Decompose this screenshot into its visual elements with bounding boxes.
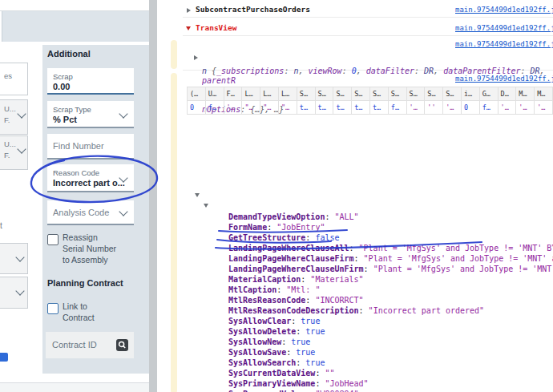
console-property-row: SysAllowNew: true xyxy=(183,337,553,347)
table-column-header[interactable]: i… xyxy=(461,87,479,101)
find-number-input[interactable]: Find Number xyxy=(47,134,134,160)
property-value: "Incorrect part ordered" xyxy=(369,306,485,315)
console-property-row: MtlResReasonCode: "INCORRCT" xyxy=(183,295,553,305)
cut-dropdown-3[interactable] xyxy=(0,243,28,274)
table-column-header[interactable]: F… xyxy=(224,87,242,101)
table-cell: t… xyxy=(315,101,333,115)
analysis-code-dropdown[interactable]: Analysis Code xyxy=(47,200,134,225)
table-column-header[interactable]: D… xyxy=(498,87,516,101)
console-group-title-error[interactable]: TransView xyxy=(196,23,236,32)
cut-field-es[interactable]: es xyxy=(0,63,28,95)
table-column-header[interactable]: M… xyxy=(535,87,553,101)
table-column-header[interactable]: L… xyxy=(260,87,279,101)
console-property-row: GetTreeStructure: false xyxy=(183,232,553,243)
chevron-down-icon xyxy=(15,253,24,261)
chevron-down-icon xyxy=(17,144,26,153)
property-value: "Plant = 'MfgSys' and JobType != 'MNT' a… xyxy=(373,265,553,273)
table-cell: t… xyxy=(352,101,370,115)
table-column-header[interactable]: S… xyxy=(315,87,333,101)
vertical-scrollbar[interactable] xyxy=(149,0,157,392)
link-to-contract-checkbox[interactable] xyxy=(47,303,59,314)
cut-dropdown-2[interactable]: U... F. xyxy=(0,135,28,170)
cut-dropdown-4[interactable] xyxy=(0,277,28,309)
property-key: SysAllowDelete xyxy=(228,327,296,336)
source-link[interactable]: main.9754499d1ed192ff.js:2 xyxy=(455,6,553,14)
collapse-arrow-icon[interactable] xyxy=(204,204,208,208)
table-column-header[interactable]: G… xyxy=(479,87,498,101)
table-cell: '… xyxy=(443,101,462,115)
table-column-header[interactable]: S… xyxy=(443,87,462,101)
property-value: "INCORRCT" xyxy=(315,296,363,305)
search-icon[interactable] xyxy=(116,339,128,351)
cut-dropdown-1-line1: U... xyxy=(4,104,16,113)
collapse-arrow-icon[interactable] xyxy=(195,193,200,197)
table-cell: 0 xyxy=(461,101,479,115)
scrap-type-dropdown[interactable]: Scrap Type % Pct xyxy=(47,101,134,128)
property-key: GetTreeStructure xyxy=(228,233,305,242)
property-value: "Plant = 'MfgSys' and JobType != 'MNT' B… xyxy=(359,244,553,253)
reason-code-label: Reason Code xyxy=(53,168,99,177)
property-value: true xyxy=(291,337,310,346)
property-value: "JobHead" xyxy=(325,379,368,388)
expand-arrow-icon[interactable] xyxy=(187,8,191,13)
cream-strip-top xyxy=(171,40,177,69)
table-column-header[interactable]: L… xyxy=(242,87,260,101)
chevron-down-icon xyxy=(17,109,26,118)
cut-field-es-label: es xyxy=(4,71,12,80)
cut-dropdown-1[interactable]: U... F. xyxy=(0,99,28,135)
table-column-header[interactable]: L… xyxy=(278,87,297,101)
array-index-row[interactable]: 0: xyxy=(183,201,553,212)
console-property-row: SysPrimaryViewName: "JobHead" xyxy=(183,378,553,389)
link-to-contract-label: Link to Contract xyxy=(63,301,139,323)
table-column-header[interactable]: U… xyxy=(205,87,224,101)
console-property-row: SysAllowSave: true xyxy=(183,347,553,358)
cut-label-t: t xyxy=(0,221,2,230)
table-column-header[interactable]: M… xyxy=(516,87,535,101)
table-cell: "… xyxy=(278,101,297,115)
table-column-header[interactable]: S… xyxy=(425,87,443,101)
expand-arrow-icon[interactable] xyxy=(194,55,198,60)
property-key: MtlCaption xyxy=(228,285,276,294)
table-cell: '… xyxy=(516,101,535,115)
scrap-field[interactable]: Scrap 0.00 xyxy=(47,68,134,95)
property-key: SysCurrentDataView xyxy=(228,369,315,378)
table-cell: f… xyxy=(479,101,498,115)
collapse-arrow-icon[interactable] xyxy=(186,26,191,30)
table-column-header[interactable]: S… xyxy=(333,87,352,101)
console-property-row: SysCurrentDataView: "" xyxy=(183,368,553,378)
cut-dropdown-1-line2: F. xyxy=(4,115,10,124)
cut-dropdown-2-line2: F. xyxy=(4,151,10,160)
console-group-title[interactable]: SubcontractPurchaseOrders xyxy=(196,5,310,14)
property-value: "JobEntry" xyxy=(276,223,325,232)
cut-blue-icon xyxy=(0,353,8,362)
array-row[interactable]: Array(1)i xyxy=(183,191,553,201)
property-key: DemandTypeViewOption xyxy=(228,212,325,221)
console-property-row: SysProposedValue: "W000894" xyxy=(183,389,553,392)
scrap-value: 0.00 xyxy=(53,82,70,91)
table-cell: f… xyxy=(205,101,224,115)
source-link[interactable]: main.9754499d1ed192ff.js:2 xyxy=(455,24,553,32)
reassign-serial-checkbox[interactable] xyxy=(47,234,59,245)
table-column-header[interactable]: (… xyxy=(188,87,206,101)
property-value: true xyxy=(305,327,325,336)
bottom-strip xyxy=(0,383,157,392)
table-column-header[interactable]: S… xyxy=(388,87,406,101)
property-key: FormName xyxy=(228,223,267,232)
console-row-object-preview[interactable]: main.9754499d1ed192ff.js:2 n {_subscript… xyxy=(183,36,553,71)
table-cell: t… xyxy=(369,101,388,115)
console-row-subcontract[interactable]: SubcontractPurchaseOrders main.9754499d1… xyxy=(183,2,553,18)
table-cell: f… xyxy=(388,101,406,115)
reason-code-dropdown[interactable]: Reason Code Incorrect part o... xyxy=(47,164,134,192)
console-row-transview[interactable]: TransView main.9754499d1ed192ff.js:2 xyxy=(183,18,553,36)
property-value: false xyxy=(315,233,339,242)
table-cell: t… xyxy=(297,101,315,115)
property-key: LandingPageWhereClauseFirm xyxy=(228,254,354,263)
table-column-header[interactable]: S… xyxy=(352,87,370,101)
source-link[interactable]: main.9754499d1ed192ff.js:2 xyxy=(455,75,553,83)
property-key: SysAllowClear xyxy=(228,317,291,325)
table-column-header[interactable]: S… xyxy=(369,87,388,101)
additional-panel: Additional Scrap 0.00 Scrap Type % Pct F… xyxy=(42,45,149,374)
contract-id-field[interactable]: Contract ID xyxy=(46,332,134,358)
table-column-header[interactable]: S… xyxy=(406,87,425,101)
table-column-header[interactable]: S… xyxy=(297,87,315,101)
